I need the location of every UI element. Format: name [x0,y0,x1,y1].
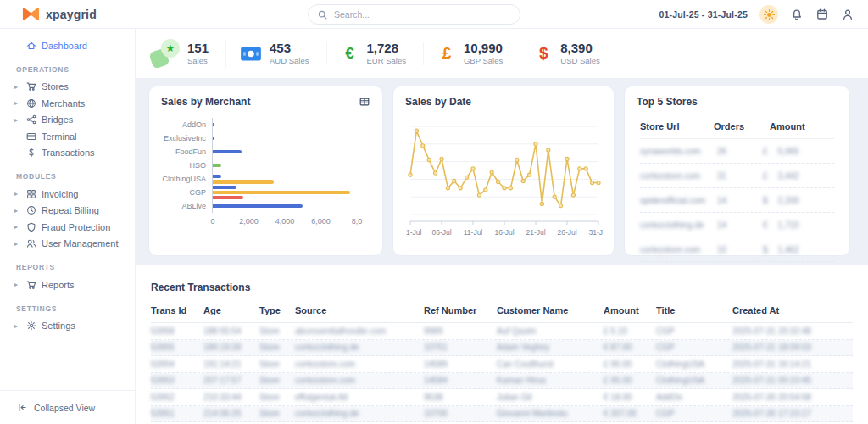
calendar-button[interactable] [815,8,829,21]
nav-group-header: SETTINGS [0,293,135,318]
cell: 188:55:54 [203,326,259,336]
amount-value: 1,462 [778,245,799,254]
amount: £3,442 [763,171,834,181]
theme-toggle-button[interactable] [760,5,778,24]
users-icon [25,237,37,249]
bars [212,199,370,213]
notifications-button[interactable] [790,8,804,21]
transaction-row[interactable]: 53954191:14:21Storecortezstore.com14589C… [151,356,853,373]
card-title: Top 5 Stores [637,96,698,108]
cell: CGP [656,409,732,418]
transaction-row[interactable]: 53958188:55:54Storeabcessentialhoodie.co… [151,323,853,340]
bars [212,131,370,145]
bar [213,150,242,154]
top-stores-card: Top 5 Stores Store UrlOrdersAmountsynawo… [624,86,850,256]
amount: €1,710 [763,220,834,230]
sidebar-item-dashboard[interactable]: Dashboard [0,37,135,54]
currency-symbol: £ [763,171,768,181]
sales-badge-icon: ★ [151,39,180,68]
cart-icon [25,279,37,291]
main-content: ★151Sales453AUD Sales€1,728EUR Sales£10,… [136,29,868,424]
amount: $2,200 [763,196,834,205]
search-input[interactable] [334,9,511,20]
bar-group-addon: AddOn [161,118,370,131]
merchant-bar-chart: AddOnExclusiveIncFoodFunHSOClothingUSACG… [161,118,370,213]
user-profile-button[interactable] [841,8,854,21]
transaction-row[interactable]: 53951214:06:25Storecortezclothing.de1070… [151,406,853,423]
cell: Kaman Hirsa [497,376,604,385]
grid-icon [25,188,37,200]
bars [212,118,370,131]
svg-text:11-Jul: 11-Jul [464,228,483,237]
transactions-table: Trans IdAgeTypeSourceRef NumberCustomer … [151,305,853,422]
category-label: ABLive [161,202,212,210]
cell: 53952 [151,393,203,402]
cell: 189:19:39 [203,343,259,352]
sidebar-item-merchants[interactable]: ▸Merchants [0,95,135,112]
cell: cortezstore.com [295,360,424,369]
nav-group-header: MODULES [0,161,135,186]
stat-gbp-sales: £10,990GBP Sales [437,42,520,65]
sidebar-item-label: User Management [42,238,119,248]
sidebar-item-bridges[interactable]: ▸Bridges [0,112,135,129]
date-range-filter[interactable]: 01-Jul-25 - 31-Jul-25 [659,9,748,20]
cell: 2025-07-31 18:09:03 [732,343,853,352]
stat-label: Sales [187,56,209,65]
card-title: Sales by Date [405,96,471,108]
chevron-right-icon: ▸ [14,207,21,215]
stat-value: 8,390 [560,42,599,54]
sidebar-item-terminal[interactable]: Terminal [0,128,135,145]
gear-icon [25,320,37,332]
card-title: Sales by Merchant [161,96,250,108]
stat-value: 1,728 [367,42,406,54]
column-header: Customer Name [497,305,604,315]
stats-row: ★151Sales453AUD Sales€1,728EUR Sales£10,… [136,29,868,78]
sidebar-item-settings[interactable]: ▸Settings [0,318,135,335]
top-bar: xpaygrid 01-Jul-25 - 31-Jul-25 [0,0,868,29]
sidebar-item-reports[interactable]: ▸Reports [0,276,135,293]
sidebar-item-label: Dashboard [42,41,87,51]
bar-group-ablive: ABLive [161,199,370,213]
amount: £5,065 [763,147,834,156]
x-tick-label: 0 [210,217,214,226]
cell: Store [259,360,295,369]
svg-text:31-J: 31-J [588,228,603,237]
sidebar-item-stores[interactable]: ▸Stores [0,79,135,96]
amount-value: 3,442 [778,171,799,181]
stat-text: 8,390USD Sales [560,42,599,65]
cell: 2025-07-30 17:23:17 [732,409,853,418]
cell: 2025-07-31 20:32:48 [732,326,853,336]
cell: £ 5.10 [604,326,656,336]
stat-usd-sales: $8,390USD Sales [534,42,616,65]
svg-text:21-Jul: 21-Jul [526,228,545,237]
sidebar-item-transactions[interactable]: Transactions [0,145,135,162]
x-tick-label: 8,0 [352,217,363,226]
brand-logo[interactable]: xpaygrid [0,7,136,21]
dollar-icon [25,147,37,159]
x-tick-label: 2,000 [239,217,259,226]
sidebar-item-fraud-protection[interactable]: ▸Fraud Protection [0,219,135,236]
cell: 14584 [424,376,497,385]
sidebar-item-invoicing[interactable]: ▸Invoicing [0,186,135,203]
search-bar[interactable] [308,4,520,25]
cell: 53951 [151,409,203,418]
transaction-row[interactable]: 53952210:33:44Storeeffulgentuk.ltd9538Ju… [151,389,853,406]
cell: 2025-07-31 00:10:45 [732,376,853,385]
transaction-row[interactable]: 53953207:17:57Storecortezstore.com14584K… [151,373,853,390]
table-header-row: Trans IdAgeTypeSourceRef NumberCustomer … [151,305,853,323]
collapse-icon [17,402,28,413]
sidebar-item-user-management[interactable]: ▸User Management [0,236,135,253]
merchant-x-axis: 02,0004,0006,0008,0 [213,215,370,227]
sidebar-item-repeat-billing[interactable]: ▸Repeat Billing [0,203,135,220]
cell: 14589 [424,360,497,369]
store-url: synaworlds.com [640,147,714,156]
logo-x-icon [22,7,40,21]
cell: 9538 [424,393,497,402]
amount-value: 1,710 [778,220,799,230]
bar [213,175,221,179]
collapse-sidebar-button[interactable]: Collapsed View [0,390,135,424]
table-view-button[interactable] [359,96,370,108]
transaction-row[interactable]: 53955189:19:39Storecortezclothing.de1075… [151,340,853,357]
amount-value: 5,065 [778,147,799,156]
cell: 191:14:21 [203,360,259,369]
